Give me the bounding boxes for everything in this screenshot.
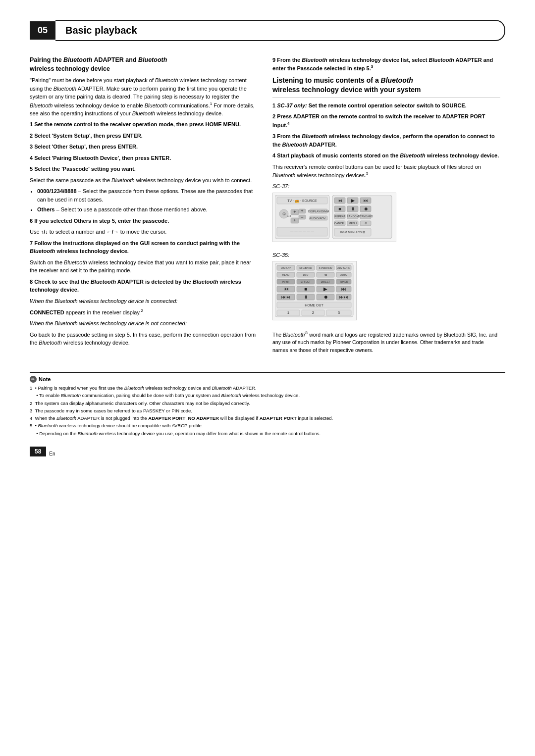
note-header: ✏ Note	[30, 376, 505, 383]
note-label: Note	[39, 376, 51, 382]
svg-text:⏭⏭: ⏭⏭	[339, 295, 348, 300]
svg-text:–: –	[301, 215, 304, 219]
svg-text:▶: ▶	[351, 198, 355, 203]
sc35-section: SC-35: DISPLAY SFC/BAND STANDARD ADV SUR…	[272, 251, 500, 326]
svg-text:1: 1	[287, 310, 290, 315]
right-step-2: 2 Press ADAPTER on the remote control to…	[272, 112, 500, 129]
svg-text:STANDARD: STANDARD	[319, 266, 332, 269]
footnote-5b: • Depending on the Bluetooth wireless te…	[30, 430, 505, 437]
left-intro-para: "Pairing" must be done before you start …	[30, 76, 258, 117]
svg-text:MENU: MENU	[282, 273, 290, 276]
svg-text:DIRECT: DIRECT	[321, 280, 330, 283]
svg-text:⏺: ⏺	[364, 206, 368, 211]
page-header: 05 Basic playback	[30, 20, 505, 41]
svg-text:EFFECT: EFFECT	[301, 280, 310, 283]
right-section-heading: Listening to music contents of a Bluetoo…	[272, 76, 500, 98]
svg-text:HOME OUT: HOME OUT	[305, 303, 323, 307]
sc35-label: SC-35:	[272, 251, 500, 259]
left-section-heading: Pairing the Bluetooth ADAPTER and Blueto…	[30, 56, 258, 73]
svg-text:2: 2	[312, 310, 315, 315]
sc35-remote-svg: DISPLAY SFC/BAND STANDARD ADV SURR MENU …	[275, 263, 354, 318]
left-column: Pairing the Bluetooth ADAPTER and Blueto…	[30, 56, 258, 357]
svg-text:MENU: MENU	[349, 222, 357, 225]
svg-text:CH: CH	[287, 214, 291, 217]
step-7: 7 Follow the instructions displayed on t…	[30, 239, 258, 275]
passcode-bullets: 0000/1234/8888 – Select the passcode fro…	[37, 187, 258, 214]
svg-text:⏸: ⏸	[304, 295, 308, 300]
footnote-3: 3 The passcode may in some cases be refe…	[30, 407, 505, 414]
svg-text:⏭: ⏭	[364, 198, 368, 203]
step-3: 3 Select 'Other Setup', then press ENTER…	[30, 143, 258, 151]
page-number: 58	[30, 447, 46, 456]
note-icon: ✏	[30, 376, 37, 383]
main-content: Pairing the Bluetooth ADAPTER and Blueto…	[30, 56, 505, 357]
footnote-1a: 1 • Pairing is required when you first u…	[30, 385, 505, 391]
sc35-remote-image: DISPLAY SFC/BAND STANDARD ADV SURR MENU …	[272, 261, 357, 320]
svg-text:CANCEL: CANCEL	[334, 222, 345, 225]
passcode-bullet-2: Others – Select to use a passcode other …	[37, 205, 258, 214]
svg-text:3: 3	[338, 310, 340, 315]
svg-text:DISPLAY/DIMM: DISPLAY/DIMM	[308, 210, 329, 213]
svg-text:TUNER: TUNER	[339, 280, 348, 283]
svg-text:①: ①	[282, 212, 286, 216]
footnote-section: ✏ Note 1 • Pairing is required when you …	[30, 372, 505, 437]
passcode-intro: Select the same passcode as the Bluetoot…	[30, 176, 258, 185]
step-6: 6 If you selected Others in step 5, ente…	[30, 217, 258, 236]
svg-text:PGM  MENU  CD  ⊠: PGM MENU CD ⊠	[340, 231, 365, 234]
right-step-4: 4 Start playback of music contents store…	[272, 151, 500, 179]
right-step-1: 1 SC-37 only: Set the remote control ope…	[272, 101, 500, 110]
svg-text:RANDOM: RANDOM	[347, 215, 359, 218]
sc37-remote-image: TV · 📻 · SOURCE ① + + CH VOL – +	[272, 193, 396, 242]
step-1: 1 Set the remote control to the receiver…	[30, 120, 258, 129]
svg-text:— — — — — —: — — — — — —	[290, 230, 315, 233]
svg-text:▶: ▶	[323, 286, 327, 292]
footnote-5a: 5 • Bluetooth wireless technology device…	[30, 422, 505, 429]
step-2: 2 Select 'System Setup', then press ENTE…	[30, 132, 258, 140]
svg-text:+: +	[293, 209, 296, 214]
page-title: Basic playback	[55, 20, 505, 41]
svg-text:⏮⏮: ⏮⏮	[281, 295, 290, 300]
language-label: En	[49, 451, 55, 456]
svg-text:⚙: ⚙	[365, 222, 367, 225]
footnote-2: 2 The system can display alphanumeric ch…	[30, 400, 505, 406]
svg-text:STANDARD: STANDARD	[358, 215, 373, 218]
footnote-1b: • To enable Bluetooth communication, pai…	[30, 392, 505, 399]
svg-text:■: ■	[338, 206, 341, 211]
step-9: 9 From the Bluetooth wireless technology…	[272, 56, 500, 73]
svg-text:⏭: ⏭	[341, 286, 346, 292]
sc37-section: SC-37: TV · 📻 · SOURCE ① + + CH	[272, 182, 500, 247]
svg-text:ADV SURR: ADV SURR	[337, 266, 350, 269]
footnote-4: 4 When the Bluetooth ADAPTER is not plug…	[30, 415, 505, 421]
svg-text:⏺: ⏺	[323, 295, 328, 300]
svg-text:AUTO: AUTO	[340, 273, 347, 276]
sc37-remote-svg: TV · 📻 · SOURCE ① + + CH VOL – +	[275, 195, 394, 240]
svg-text:⏮: ⏮	[338, 198, 342, 203]
svg-text:REPEAT: REPEAT	[334, 215, 345, 218]
trademark-text: The Bluetooth® word mark and logos are r…	[272, 330, 500, 354]
step-5: 5 Select the 'Passcode' setting you want…	[30, 165, 258, 173]
svg-text:⏸: ⏸	[351, 206, 355, 211]
svg-text:⏮: ⏮	[283, 286, 289, 292]
svg-text:AUDIO/ADV...: AUDIO/ADV...	[309, 217, 328, 220]
svg-text:INPUT: INPUT	[282, 280, 290, 283]
chapter-number: 05	[30, 21, 55, 40]
svg-text:TV · 📻 · SOURCE: TV · 📻 · SOURCE	[287, 199, 317, 203]
passcode-bullet-1: 0000/1234/8888 – Select the passcode fro…	[37, 187, 258, 203]
svg-text:■: ■	[304, 286, 307, 292]
svg-text:SFC/BAND: SFC/BAND	[299, 266, 312, 269]
right-step-3: 3 From the Bluetooth wireless technology…	[272, 132, 500, 149]
svg-text:↑⊠: ↑⊠	[324, 273, 327, 276]
svg-text:DISPLAY: DISPLAY	[281, 266, 291, 269]
step-8: 8 Check to see that the Bluetooth ADAPTE…	[30, 278, 258, 347]
svg-text:DVD: DVD	[303, 273, 309, 276]
step-4: 4 Select 'Pairing Bluetooth Device', the…	[30, 154, 258, 162]
right-column: 9 From the Bluetooth wireless technology…	[272, 56, 500, 357]
svg-text:+: +	[293, 218, 296, 223]
svg-text:+: +	[301, 208, 303, 213]
sc37-label: SC-37:	[272, 182, 500, 191]
page-footer: 58 En	[30, 447, 505, 456]
